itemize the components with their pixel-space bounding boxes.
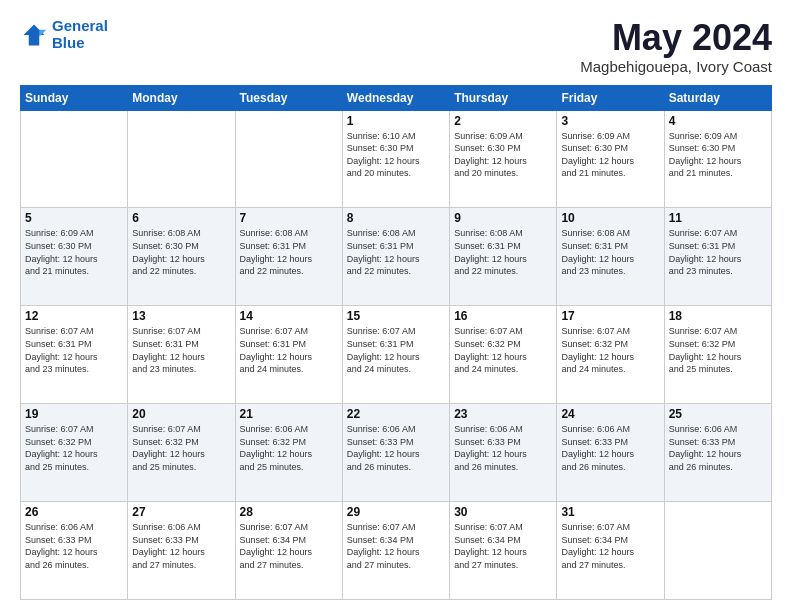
day-info: Sunrise: 6:07 AMSunset: 6:32 PMDaylight:… (132, 423, 230, 473)
day-info: Sunrise: 6:09 AMSunset: 6:30 PMDaylight:… (561, 130, 659, 180)
table-row: 9Sunrise: 6:08 AMSunset: 6:31 PMDaylight… (450, 208, 557, 306)
col-wednesday: Wednesday (342, 85, 449, 110)
day-info: Sunrise: 6:06 AMSunset: 6:33 PMDaylight:… (132, 521, 230, 571)
calendar-subtitle: Magbehigouepa, Ivory Coast (580, 58, 772, 75)
logo-icon (20, 21, 48, 49)
day-number: 24 (561, 407, 659, 421)
table-row: 7Sunrise: 6:08 AMSunset: 6:31 PMDaylight… (235, 208, 342, 306)
day-number: 20 (132, 407, 230, 421)
table-row (664, 502, 771, 600)
table-row (235, 110, 342, 208)
day-number: 12 (25, 309, 123, 323)
day-number: 23 (454, 407, 552, 421)
day-number: 8 (347, 211, 445, 225)
table-row: 30Sunrise: 6:07 AMSunset: 6:34 PMDayligh… (450, 502, 557, 600)
day-info: Sunrise: 6:06 AMSunset: 6:33 PMDaylight:… (25, 521, 123, 571)
table-row: 10Sunrise: 6:08 AMSunset: 6:31 PMDayligh… (557, 208, 664, 306)
table-row: 31Sunrise: 6:07 AMSunset: 6:34 PMDayligh… (557, 502, 664, 600)
table-row: 17Sunrise: 6:07 AMSunset: 6:32 PMDayligh… (557, 306, 664, 404)
day-info: Sunrise: 6:09 AMSunset: 6:30 PMDaylight:… (25, 227, 123, 277)
day-number: 6 (132, 211, 230, 225)
day-number: 19 (25, 407, 123, 421)
day-info: Sunrise: 6:06 AMSunset: 6:33 PMDaylight:… (561, 423, 659, 473)
table-row: 12Sunrise: 6:07 AMSunset: 6:31 PMDayligh… (21, 306, 128, 404)
logo-general: General (52, 17, 108, 34)
day-info: Sunrise: 6:09 AMSunset: 6:30 PMDaylight:… (669, 130, 767, 180)
day-info: Sunrise: 6:06 AMSunset: 6:33 PMDaylight:… (454, 423, 552, 473)
day-number: 15 (347, 309, 445, 323)
col-saturday: Saturday (664, 85, 771, 110)
col-friday: Friday (557, 85, 664, 110)
table-row: 20Sunrise: 6:07 AMSunset: 6:32 PMDayligh… (128, 404, 235, 502)
day-info: Sunrise: 6:07 AMSunset: 6:34 PMDaylight:… (347, 521, 445, 571)
svg-marker-0 (24, 24, 45, 45)
day-info: Sunrise: 6:07 AMSunset: 6:31 PMDaylight:… (347, 325, 445, 375)
day-number: 2 (454, 114, 552, 128)
calendar-table: Sunday Monday Tuesday Wednesday Thursday… (20, 85, 772, 600)
day-info: Sunrise: 6:08 AMSunset: 6:31 PMDaylight:… (240, 227, 338, 277)
week-row-2: 12Sunrise: 6:07 AMSunset: 6:31 PMDayligh… (21, 306, 772, 404)
day-number: 27 (132, 505, 230, 519)
col-sunday: Sunday (21, 85, 128, 110)
day-number: 13 (132, 309, 230, 323)
table-row: 27Sunrise: 6:06 AMSunset: 6:33 PMDayligh… (128, 502, 235, 600)
col-monday: Monday (128, 85, 235, 110)
table-row: 24Sunrise: 6:06 AMSunset: 6:33 PMDayligh… (557, 404, 664, 502)
table-row: 18Sunrise: 6:07 AMSunset: 6:32 PMDayligh… (664, 306, 771, 404)
table-row: 13Sunrise: 6:07 AMSunset: 6:31 PMDayligh… (128, 306, 235, 404)
day-info: Sunrise: 6:07 AMSunset: 6:31 PMDaylight:… (132, 325, 230, 375)
table-row: 16Sunrise: 6:07 AMSunset: 6:32 PMDayligh… (450, 306, 557, 404)
day-number: 7 (240, 211, 338, 225)
day-number: 31 (561, 505, 659, 519)
table-row: 29Sunrise: 6:07 AMSunset: 6:34 PMDayligh… (342, 502, 449, 600)
day-number: 22 (347, 407, 445, 421)
table-row: 25Sunrise: 6:06 AMSunset: 6:33 PMDayligh… (664, 404, 771, 502)
logo: General Blue (20, 18, 108, 51)
day-info: Sunrise: 6:07 AMSunset: 6:31 PMDaylight:… (240, 325, 338, 375)
day-number: 4 (669, 114, 767, 128)
day-number: 28 (240, 505, 338, 519)
table-row: 5Sunrise: 6:09 AMSunset: 6:30 PMDaylight… (21, 208, 128, 306)
day-info: Sunrise: 6:08 AMSunset: 6:31 PMDaylight:… (347, 227, 445, 277)
table-row: 11Sunrise: 6:07 AMSunset: 6:31 PMDayligh… (664, 208, 771, 306)
day-info: Sunrise: 6:08 AMSunset: 6:31 PMDaylight:… (454, 227, 552, 277)
week-row-3: 19Sunrise: 6:07 AMSunset: 6:32 PMDayligh… (21, 404, 772, 502)
day-number: 9 (454, 211, 552, 225)
table-row: 4Sunrise: 6:09 AMSunset: 6:30 PMDaylight… (664, 110, 771, 208)
day-number: 18 (669, 309, 767, 323)
table-row: 1Sunrise: 6:10 AMSunset: 6:30 PMDaylight… (342, 110, 449, 208)
day-info: Sunrise: 6:10 AMSunset: 6:30 PMDaylight:… (347, 130, 445, 180)
page: General Blue May 2024 Magbehigouepa, Ivo… (0, 0, 792, 612)
day-number: 11 (669, 211, 767, 225)
header: General Blue May 2024 Magbehigouepa, Ivo… (20, 18, 772, 75)
table-row (128, 110, 235, 208)
day-number: 10 (561, 211, 659, 225)
day-number: 30 (454, 505, 552, 519)
week-row-4: 26Sunrise: 6:06 AMSunset: 6:33 PMDayligh… (21, 502, 772, 600)
col-tuesday: Tuesday (235, 85, 342, 110)
logo-text: General Blue (52, 18, 108, 51)
day-info: Sunrise: 6:07 AMSunset: 6:32 PMDaylight:… (454, 325, 552, 375)
week-row-1: 5Sunrise: 6:09 AMSunset: 6:30 PMDaylight… (21, 208, 772, 306)
svg-marker-1 (39, 29, 46, 36)
logo-blue: Blue (52, 34, 85, 51)
day-info: Sunrise: 6:08 AMSunset: 6:30 PMDaylight:… (132, 227, 230, 277)
table-row: 2Sunrise: 6:09 AMSunset: 6:30 PMDaylight… (450, 110, 557, 208)
day-number: 3 (561, 114, 659, 128)
day-info: Sunrise: 6:08 AMSunset: 6:31 PMDaylight:… (561, 227, 659, 277)
table-row: 23Sunrise: 6:06 AMSunset: 6:33 PMDayligh… (450, 404, 557, 502)
day-info: Sunrise: 6:06 AMSunset: 6:33 PMDaylight:… (347, 423, 445, 473)
col-thursday: Thursday (450, 85, 557, 110)
table-row: 8Sunrise: 6:08 AMSunset: 6:31 PMDaylight… (342, 208, 449, 306)
table-row: 14Sunrise: 6:07 AMSunset: 6:31 PMDayligh… (235, 306, 342, 404)
table-row: 28Sunrise: 6:07 AMSunset: 6:34 PMDayligh… (235, 502, 342, 600)
day-number: 26 (25, 505, 123, 519)
day-info: Sunrise: 6:07 AMSunset: 6:32 PMDaylight:… (25, 423, 123, 473)
day-number: 5 (25, 211, 123, 225)
title-block: May 2024 Magbehigouepa, Ivory Coast (580, 18, 772, 75)
table-row: 22Sunrise: 6:06 AMSunset: 6:33 PMDayligh… (342, 404, 449, 502)
day-number: 29 (347, 505, 445, 519)
table-row: 19Sunrise: 6:07 AMSunset: 6:32 PMDayligh… (21, 404, 128, 502)
day-info: Sunrise: 6:07 AMSunset: 6:32 PMDaylight:… (669, 325, 767, 375)
day-info: Sunrise: 6:07 AMSunset: 6:34 PMDaylight:… (561, 521, 659, 571)
